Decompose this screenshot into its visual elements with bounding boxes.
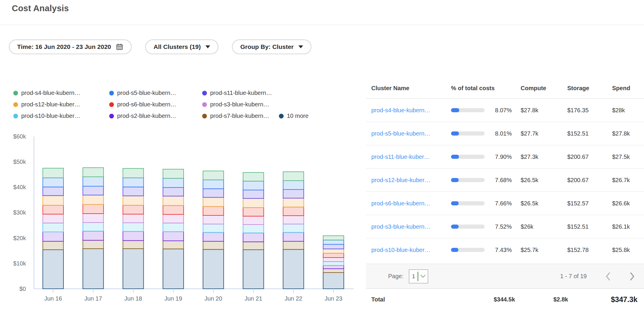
bar-segment[interactable]	[43, 241, 63, 250]
bar-segment[interactable]	[323, 244, 344, 249]
clusters-filter-pill[interactable]: All Clusters (19)	[145, 39, 218, 54]
page-select[interactable]: 1	[409, 269, 428, 283]
bar-segment[interactable]	[283, 249, 304, 289]
bar-segment[interactable]	[243, 207, 264, 216]
bar-segment[interactable]	[203, 224, 224, 232]
bar-segment[interactable]	[43, 223, 63, 232]
bar-segment[interactable]	[203, 189, 224, 197]
legend-item[interactable]: 10 more	[279, 113, 308, 119]
bar-segment[interactable]	[283, 181, 304, 189]
bar-segment[interactable]	[243, 181, 264, 190]
bar-segment[interactable]	[283, 198, 304, 207]
legend-item[interactable]: prod-s3-blue-kubern…	[202, 101, 279, 108]
bar-segment[interactable]	[243, 233, 264, 242]
bar-segment[interactable]	[43, 205, 63, 214]
cluster-link[interactable]: prod-s11-blue-kuber…	[371, 154, 430, 160]
bar-segment[interactable]	[163, 249, 184, 289]
bar-segment[interactable]	[163, 215, 184, 223]
bar-segment[interactable]	[283, 172, 304, 181]
bar-segment[interactable]	[203, 249, 224, 289]
bar-segment[interactable]	[203, 180, 224, 189]
bar-segment[interactable]	[243, 190, 264, 198]
bar-segment[interactable]	[123, 196, 143, 205]
bar-segment[interactable]	[83, 249, 104, 289]
bar-segment[interactable]	[283, 189, 304, 198]
bar-segment[interactable]	[323, 240, 344, 245]
bar-segment[interactable]	[323, 266, 344, 269]
bar-segment[interactable]	[123, 240, 143, 249]
legend-item[interactable]: prod-s6-blue-kubern…	[109, 101, 202, 108]
bar-segment[interactable]	[83, 205, 104, 214]
bar-segment[interactable]	[123, 214, 143, 223]
bar-segment[interactable]	[283, 233, 304, 241]
bar-segment[interactable]	[43, 187, 63, 195]
bar-segment[interactable]	[163, 241, 184, 249]
groupby-filter-pill[interactable]: Group By: Cluster	[232, 39, 311, 54]
bar-segment[interactable]	[83, 214, 104, 222]
bar-segment[interactable]	[163, 169, 184, 178]
bar-segment[interactable]	[243, 198, 264, 207]
bar-segment[interactable]	[283, 216, 304, 224]
bar-segment[interactable]	[83, 168, 104, 177]
bar-segment[interactable]	[123, 187, 143, 196]
bar-segment[interactable]	[203, 241, 224, 250]
cluster-link[interactable]: prod-s6-blue-kubern…	[371, 200, 430, 207]
bar-segment[interactable]	[163, 178, 184, 187]
bar-segment[interactable]	[83, 222, 104, 231]
bar-segment[interactable]	[123, 223, 143, 231]
bar-segment[interactable]	[163, 187, 184, 196]
bar-segment[interactable]	[123, 178, 143, 187]
bar-segment[interactable]	[203, 207, 224, 215]
bar-segment[interactable]	[203, 233, 224, 241]
bar-segment[interactable]	[163, 205, 184, 214]
bar-segment[interactable]	[163, 196, 184, 205]
legend-item[interactable]: prod-s7-blue-kubern…	[202, 113, 279, 119]
bar-segment[interactable]	[43, 196, 63, 205]
bar-segment[interactable]	[243, 242, 264, 250]
bar-segment[interactable]	[43, 232, 63, 241]
legend-item[interactable]: prod-s12-blue-kuber…	[13, 101, 109, 108]
bar-segment[interactable]	[123, 169, 143, 178]
bar-segment[interactable]	[123, 231, 143, 240]
cluster-link[interactable]: prod-s4-blue-kubern…	[371, 107, 430, 113]
bar-segment[interactable]	[123, 205, 143, 214]
bar-segment[interactable]	[43, 250, 63, 289]
chevron-left-icon[interactable]	[605, 272, 611, 281]
bar-segment[interactable]	[83, 195, 104, 205]
bar-segment[interactable]	[323, 269, 344, 273]
bar-segment[interactable]	[163, 223, 184, 232]
bar-segment[interactable]	[323, 273, 344, 289]
bar-segment[interactable]	[203, 215, 224, 224]
cluster-link[interactable]: prod-s5-blue-kubern…	[371, 130, 430, 137]
cluster-link[interactable]: prod-s10-blue-kuber…	[371, 247, 430, 253]
bar-segment[interactable]	[283, 241, 304, 250]
bar-segment[interactable]	[83, 231, 104, 240]
bar-segment[interactable]	[243, 216, 264, 225]
bar-segment[interactable]	[283, 207, 304, 216]
bar-segment[interactable]	[283, 224, 304, 232]
bar-segment[interactable]	[323, 249, 344, 253]
bar-segment[interactable]	[243, 172, 264, 181]
bar-segment[interactable]	[323, 262, 344, 266]
bar-segment[interactable]	[323, 236, 344, 240]
bar-segment[interactable]	[203, 197, 224, 207]
bar-segment[interactable]	[43, 214, 63, 223]
bar-segment[interactable]	[323, 253, 344, 258]
time-filter-pill[interactable]: Time: 16 Jun 2020 - 23 Jun 2020	[9, 39, 132, 54]
cluster-link[interactable]: prod-s12-blue-kuber…	[371, 177, 430, 183]
bar-segment[interactable]	[83, 177, 104, 186]
bar-segment[interactable]	[203, 171, 224, 180]
legend-item[interactable]: prod-s4-blue-kubern…	[13, 90, 109, 96]
cluster-link[interactable]: prod-s3-blue-kubern…	[371, 223, 430, 230]
bar-segment[interactable]	[43, 168, 63, 178]
bar-segment[interactable]	[83, 240, 104, 248]
bar-segment[interactable]	[163, 232, 184, 241]
legend-item[interactable]: prod-s2-blue-kubern…	[109, 113, 202, 119]
bar-segment[interactable]	[243, 225, 264, 233]
chevron-right-icon[interactable]	[629, 272, 635, 281]
bar-segment[interactable]	[43, 178, 63, 187]
bar-segment[interactable]	[123, 249, 143, 289]
legend-item[interactable]: prod-s11-blue-kubern…	[202, 90, 279, 96]
bar-segment[interactable]	[83, 186, 104, 195]
legend-item[interactable]: prod-s5-blue-kubern…	[109, 90, 202, 96]
